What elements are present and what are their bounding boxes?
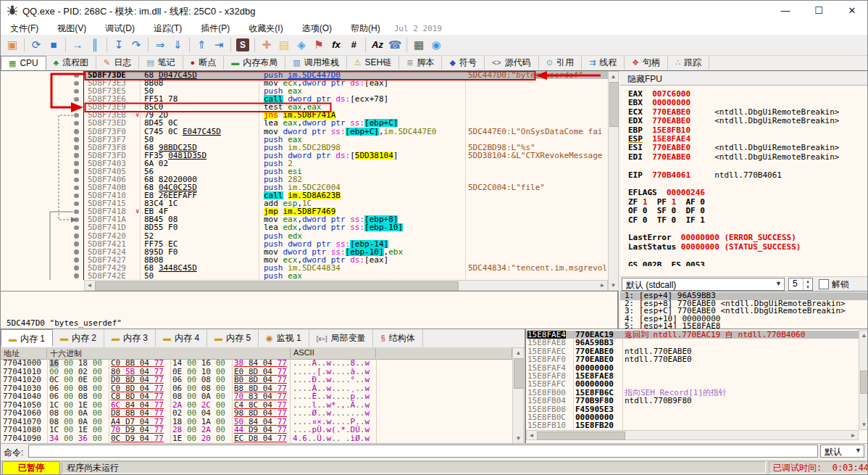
breakpoint-dot-icon[interactable] (74, 81, 79, 86)
command-mode-select[interactable]: 默认 ▼ (820, 445, 864, 458)
minimize-button[interactable]: — (769, 1, 802, 21)
tab-符号[interactable]: ◆符号 (442, 56, 484, 70)
dump-tab-局部变量[interactable]: [x=]局部变量 (309, 329, 374, 347)
comment-icon[interactable]: ▤ (275, 36, 293, 54)
step-into-icon[interactable]: ↧ (110, 36, 128, 54)
breakpoint-dot-icon[interactable] (74, 153, 79, 158)
menu-收藏夹(I)[interactable]: 收藏夹(I) (239, 21, 292, 35)
breakpoint-dot-icon[interactable] (74, 121, 79, 126)
tab-流程图[interactable]: ♣流程图 (46, 56, 96, 70)
open-file-icon[interactable]: ▣ (4, 36, 21, 54)
stack-row[interactable]: 15E8FB04770B9F80ntdll.770B9F80 (526, 397, 859, 405)
breakpoint-dot-icon[interactable] (74, 241, 79, 247)
breakpoint-dot-icon[interactable] (74, 89, 79, 94)
breakpoint-dot-icon[interactable] (74, 161, 79, 166)
breakpoint-dot-icon[interactable] (74, 218, 79, 223)
stack-horizontal-scrollbar[interactable]: ◄ ► (526, 430, 859, 440)
breakpoint-dot-icon[interactable] (74, 137, 79, 142)
breakpoint-dot-icon[interactable] (74, 73, 79, 78)
tab-CPU[interactable]: ▦CPU (1, 56, 46, 70)
tab-断点[interactable]: ●断点 (183, 56, 225, 70)
tab-源代码[interactable]: <>源代码 (485, 56, 539, 70)
tab-引用[interactable]: ⊙引用 (539, 56, 582, 70)
disasm-row[interactable]: 5D8F7421FF75 ECpush dword ptr ss:[ebp-14… (1, 240, 608, 248)
function-icon[interactable]: fx (327, 36, 345, 54)
tab-跟踪[interactable]: ∴跟踪 (668, 56, 709, 70)
run-to-user-code-icon[interactable]: ⇒ (151, 36, 169, 54)
calculator-icon[interactable]: ▦ (410, 36, 427, 54)
tab-线程[interactable]: ⇉线程 (582, 56, 625, 70)
breakpoint-dot-icon[interactable] (74, 129, 79, 134)
breakpoint-dot-icon[interactable] (74, 145, 79, 150)
dump-tab-内存 3[interactable]: ▬内存 3 (104, 329, 156, 347)
settings-icon[interactable]: S (236, 38, 249, 51)
run-until-icon[interactable]: ⇥ (210, 36, 228, 54)
breakpoint-dot-icon[interactable] (74, 265, 79, 270)
dump-tab-结构体[interactable]: §结构体 (373, 329, 422, 347)
tab-笔记[interactable]: ▤笔记 (139, 56, 183, 70)
menu-追踪(T)[interactable]: 追踪(T) (144, 21, 191, 35)
menu-文件(F)[interactable]: 文件(F) (1, 21, 48, 35)
restart-icon[interactable]: ⟳ (28, 36, 45, 54)
hide-fpu-button[interactable]: 隐藏FPU (620, 71, 868, 86)
tab-调用堆栈[interactable]: ▥调用堆栈 (285, 56, 346, 70)
stack-row[interactable]: 15E8FAF0770EABE0ntdll.770EABE0 (526, 355, 859, 363)
hash-icon[interactable]: # (345, 36, 362, 54)
breakpoint-dot-icon[interactable] (74, 194, 79, 199)
menu-选项(O)[interactable]: 选项(O) (293, 21, 341, 35)
disasm-row[interactable]: 5D8F73F750push eax (1, 136, 608, 144)
dump-vertical-scrollbar[interactable]: ▲ ▼ (512, 347, 524, 444)
tab-句柄[interactable]: ❖句柄 (625, 56, 668, 70)
menu-插件(P)[interactable]: 插件(P) (191, 21, 239, 35)
tab-日志[interactable]: ✎日志 (96, 56, 139, 70)
tab-内存布局[interactable]: ▬内存布局 (224, 56, 285, 70)
command-input[interactable] (28, 445, 818, 458)
breakpoint-dot-icon[interactable] (74, 186, 79, 191)
breakpoint-dot-icon[interactable] (74, 249, 79, 255)
register-line[interactable]: EDI 770EABE0 <ntdll.DbgUiRemoteBreakin> (628, 153, 867, 162)
close-button[interactable]: ✕ (835, 1, 868, 21)
disasm-row[interactable]: 5D8F73F0C745 0C E047C45Dmov dword ptr ss… (1, 128, 608, 136)
patch-icon[interactable]: ✚ (258, 36, 275, 54)
register-line[interactable]: CF 0 TF 0 IF 1 (628, 216, 867, 225)
disasm-row[interactable]: 5D8F742052push edx (1, 232, 608, 240)
stack-row[interactable]: 15E8FB1015E8FB20 (526, 421, 859, 429)
dump-tab-内存 4[interactable]: ▬内存 4 (156, 329, 207, 347)
maximize-button[interactable]: ☐ (802, 1, 835, 21)
pause-icon[interactable]: ║ (86, 36, 104, 54)
assemble-icon[interactable]: Az (369, 36, 386, 54)
breakpoint-dot-icon[interactable] (74, 257, 79, 263)
notify-icon[interactable]: ☎ (386, 36, 404, 54)
disassembly-panel[interactable]: 5D8F73DE68 D047C45Dpush im.5DC447D05DC44… (1, 71, 619, 329)
step-over-icon[interactable]: ↷ (128, 36, 145, 54)
stack-args-panel[interactable]: 1: [esp+4] 96A59BB32: [esp+8] 770EABE0 <… (620, 291, 868, 330)
bookmark-icon[interactable]: ⚑ (310, 36, 327, 54)
breakpoint-dot-icon[interactable] (74, 273, 79, 278)
dump-row[interactable]: 7704109034 00 36 000C D9 04 771E 00 20 0… (1, 434, 512, 443)
breakpoint-dot-icon[interactable] (74, 202, 79, 207)
tab-SEH链[interactable]: ⚠SEH链 (347, 56, 400, 70)
breakpoint-dot-icon[interactable] (74, 97, 79, 102)
registers-list[interactable]: EAX 007C6000EBX 00000000ECX 770EABE0 <nt… (620, 86, 868, 266)
dump-tab-内存 2[interactable]: ▬内存 2 (53, 329, 104, 347)
unlock-checkbox[interactable] (819, 279, 829, 289)
arg-depth-stepper[interactable]: 5 ▲▼ (788, 278, 813, 291)
stack-vertical-scrollbar[interactable]: ▲ ▼ (859, 330, 868, 430)
disasm-vertical-scrollbar[interactable]: ▲ ▼ (608, 71, 619, 291)
calling-convention-select[interactable]: 默认 (stdcall) ▼ (622, 278, 785, 291)
breakpoint-dot-icon[interactable] (74, 105, 79, 110)
tab-脚本[interactable]: ≣脚本 (399, 56, 442, 70)
label-icon[interactable]: ◈ (293, 36, 310, 54)
disasm-row[interactable]: 5D8F73ED8D45 0Clea eax,dword ptr ss:[ebp… (1, 119, 608, 127)
breakpoint-dot-icon[interactable] (74, 169, 79, 174)
register-line[interactable]: GS 002B FS 0053 (628, 261, 867, 266)
menu-帮助(H)[interactable]: 帮助(H) (341, 21, 390, 35)
menu-视图(V)[interactable]: 视图(V) (48, 21, 96, 35)
dump-tab-内存 1[interactable]: ▬内存 1 (1, 329, 53, 347)
run-icon[interactable]: → (69, 36, 86, 54)
stepper-arrows-icon[interactable]: ▲▼ (803, 278, 812, 290)
breakpoint-dot-icon[interactable] (74, 226, 79, 231)
dump-tab-监视 1[interactable]: ◉监视 1 (259, 329, 309, 347)
breakpoint-dot-icon[interactable] (74, 113, 79, 118)
dump-tab-内存 5[interactable]: ▬内存 5 (207, 329, 259, 347)
